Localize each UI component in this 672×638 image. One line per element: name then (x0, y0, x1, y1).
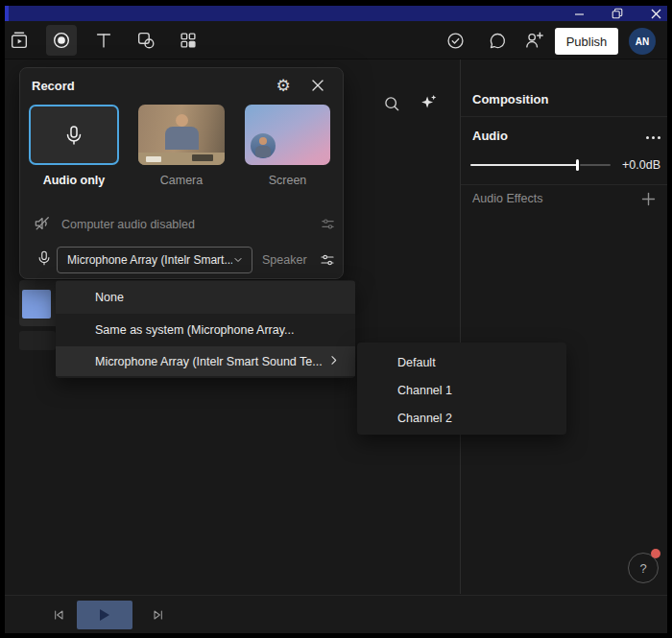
audio-gain-slider-track[interactable] (470, 164, 577, 166)
screen-preview-avatar (251, 133, 276, 158)
record-icon[interactable] (46, 25, 77, 56)
screen-label: Screen (245, 174, 330, 187)
restore-icon[interactable] (611, 7, 624, 20)
window-controls (572, 6, 662, 21)
record-panel: Record ⚙ Audio only Camer (19, 67, 344, 279)
record-panel-title: Record (32, 79, 75, 93)
microphone-select-value: Microphone Array (Intelr Smart... (67, 253, 232, 267)
notification-dot (651, 549, 660, 558)
audio-effects-label: Audio Effects (472, 192, 542, 205)
publish-button[interactable]: Publish (555, 28, 618, 55)
record-option-screen[interactable] (245, 105, 330, 165)
panel-divider (460, 59, 461, 594)
divider (461, 116, 667, 117)
comments-icon[interactable] (482, 25, 513, 56)
overflow-menu-icon[interactable] (641, 130, 664, 144)
camera-preview-person (176, 114, 188, 127)
record-option-audio-only[interactable] (29, 105, 119, 165)
audio-settings-sliders-icon[interactable] (320, 216, 336, 232)
play-button[interactable] (77, 601, 132, 629)
audio-only-label: Audio only (29, 174, 119, 187)
mic-settings-sliders-icon[interactable] (319, 251, 336, 269)
channel-submenu: Default Channel 1 Channel 2 (357, 343, 566, 435)
audio-gain-value: +0.0dB (622, 158, 660, 172)
chevron-down-icon (232, 254, 244, 266)
divider (461, 184, 667, 185)
add-effect-icon[interactable] (639, 190, 657, 207)
text-icon[interactable] (88, 25, 119, 56)
microphone-select-dropdown[interactable]: Microphone Array (Intelr Smart... (57, 247, 252, 273)
microphone-icon (62, 124, 85, 147)
audio-gain-slider-thumb[interactable] (576, 159, 579, 171)
audio-section-label: Audio (472, 129, 508, 143)
microphone-menu: None Same as system (Microphone Array...… (56, 280, 355, 378)
audio-gain-slider-remainder[interactable] (580, 164, 611, 166)
play-icon (99, 608, 110, 622)
speaker-muted-icon[interactable] (33, 214, 52, 233)
composition-title: Composition (472, 92, 548, 106)
microphone-small-icon (36, 249, 53, 267)
record-option-camera[interactable] (138, 105, 225, 165)
submenu-item-channel-2[interactable]: Channel 2 (357, 404, 566, 432)
submenu-item-default[interactable]: Default (357, 348, 566, 376)
shapes-icon[interactable] (131, 25, 161, 56)
menu-item-same-as-system[interactable]: Same as system (Microphone Array... (56, 314, 355, 346)
check-circle-icon[interactable] (440, 25, 470, 56)
ai-sparkle-icon[interactable] (418, 92, 439, 113)
minimize-icon[interactable] (572, 7, 586, 20)
titlebar-accent (5, 6, 9, 21)
titlebar (5, 6, 667, 21)
computer-audio-status: Computer audio disabled (61, 218, 195, 231)
camera-label: Camera (138, 174, 225, 187)
chevron-right-icon (327, 354, 340, 366)
close-window-icon[interactable] (649, 7, 662, 20)
media-item-card[interactable] (19, 331, 56, 350)
menu-item-microphone-array[interactable]: Microphone Array (Intelr Smart Sound Te.… (56, 346, 355, 376)
avatar[interactable]: AN (629, 28, 656, 55)
media-item-thumbnail[interactable] (22, 290, 51, 319)
playback-bar (5, 595, 667, 633)
menu-item-none[interactable]: None (56, 281, 355, 314)
media-library-icon[interactable] (4, 25, 35, 56)
templates-grid-icon[interactable] (173, 25, 204, 56)
skip-to-start-icon[interactable] (47, 603, 70, 626)
close-icon[interactable] (309, 77, 326, 94)
skip-to-end-icon[interactable] (147, 603, 170, 626)
search-icon[interactable] (382, 94, 401, 113)
speaker-label: Speaker (262, 253, 307, 267)
submenu-item-channel-1[interactable]: Channel 1 (357, 376, 566, 404)
gear-icon[interactable]: ⚙ (274, 76, 293, 95)
app-window: Publish AN Composition Audio +0.0dB Audi… (0, 0, 672, 638)
add-person-icon[interactable] (518, 25, 549, 56)
